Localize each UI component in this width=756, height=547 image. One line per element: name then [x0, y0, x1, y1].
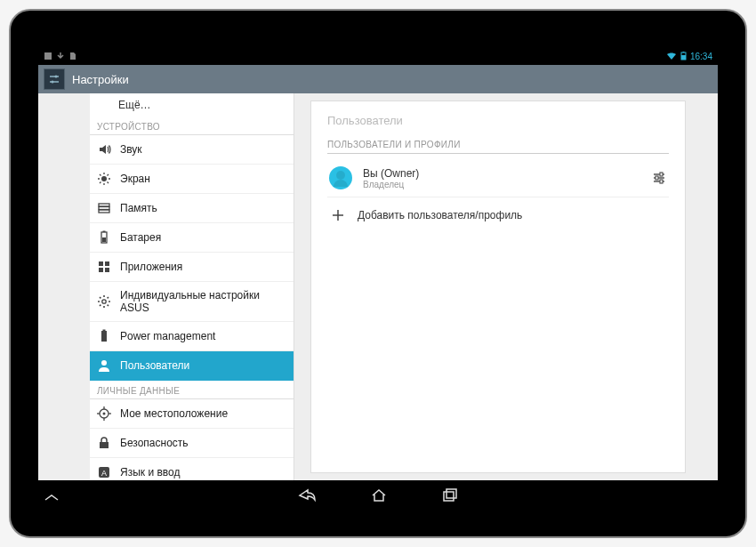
language-icon: A — [97, 465, 111, 479]
svg-rect-48 — [444, 492, 454, 501]
sidebar-item-label: Безопасность — [120, 437, 189, 449]
svg-rect-3 — [682, 52, 684, 52]
recent-apps-button[interactable] — [441, 487, 459, 503]
user-role: Владелец — [363, 180, 640, 189]
gear-icon — [97, 294, 111, 309]
svg-rect-41 — [660, 173, 663, 176]
user-row[interactable]: Вы (Owner) Владелец — [327, 159, 669, 197]
plus-icon — [331, 208, 345, 222]
main-area: Ещё…УСТРОЙСТВОЗвукЭкранПамятьБатареяПрил… — [38, 93, 718, 480]
navigation-bar — [38, 480, 718, 511]
svg-point-27 — [102, 300, 106, 303]
svg-rect-25 — [99, 268, 103, 272]
tablet-frame: 16:34 Настройки Ещё…УСТРОЙСТВОЗвукЭкран — [9, 9, 747, 538]
svg-rect-28 — [101, 331, 107, 342]
svg-rect-37 — [100, 442, 109, 448]
settings-app-icon — [44, 68, 65, 90]
svg-point-30 — [101, 360, 107, 366]
sidebar-item[interactable]: Индивидуальные настройки ASUS — [90, 282, 294, 322]
storage-icon — [97, 201, 111, 215]
action-bar: Настройки — [38, 65, 718, 93]
svg-point-5 — [55, 76, 58, 78]
svg-rect-17 — [99, 204, 109, 206]
display-icon — [97, 172, 111, 186]
wifi-icon — [666, 52, 677, 60]
user-name: Вы (Owner) — [363, 167, 640, 180]
svg-point-8 — [101, 176, 107, 181]
sidebar-item[interactable]: Мое местоположение — [90, 399, 294, 429]
status-bar: 16:34 — [38, 47, 718, 65]
clock: 16:34 — [690, 52, 712, 61]
sidebar-item[interactable]: Звук — [90, 135, 294, 165]
back-button[interactable] — [297, 487, 317, 503]
svg-rect-43 — [655, 176, 658, 180]
user-settings-button[interactable] — [651, 170, 667, 186]
sidebar-item[interactable]: Батарея — [90, 223, 294, 253]
users-icon — [97, 358, 111, 373]
svg-rect-19 — [99, 210, 109, 213]
svg-rect-45 — [660, 180, 663, 183]
sidebar-item-label: Батарея — [120, 231, 161, 244]
sidebar-section-header: ЛИЧНЫЕ ДАННЫЕ — [90, 381, 294, 399]
sidebar-item[interactable]: Power management — [90, 322, 294, 351]
notification-icon — [44, 52, 52, 60]
sidebar-item[interactable]: Приложения — [90, 253, 294, 282]
svg-line-14 — [108, 182, 109, 184]
svg-rect-2 — [681, 55, 686, 60]
svg-point-32 — [103, 413, 106, 415]
sd-icon — [68, 52, 77, 60]
svg-rect-24 — [105, 261, 109, 266]
sidebar-more[interactable]: Ещё… — [90, 93, 294, 117]
svg-line-13 — [100, 174, 101, 176]
hide-nav-button[interactable] — [44, 493, 60, 503]
svg-rect-22 — [102, 237, 106, 242]
avatar — [329, 166, 352, 189]
sidebar[interactable]: Ещё…УСТРОЙСТВОЗвукЭкранПамятьБатареяПрил… — [90, 93, 294, 480]
panel-title: Пользователи — [327, 114, 669, 127]
svg-rect-29 — [103, 330, 106, 332]
download-icon — [56, 52, 65, 60]
svg-rect-0 — [44, 52, 52, 60]
lock-icon — [97, 436, 111, 450]
sidebar-section-header: УСТРОЙСТВО — [90, 117, 294, 135]
svg-line-15 — [100, 182, 101, 184]
sidebar-item-label: Память — [120, 202, 157, 214]
svg-point-7 — [52, 81, 54, 84]
add-user-button[interactable]: Добавить пользователя/профиль — [327, 197, 669, 233]
svg-rect-49 — [446, 489, 456, 498]
content-panel: Пользователи ПОЛЬЗОВАТЕЛИ И ПРОФИЛИ Вы (… — [310, 101, 686, 473]
location-icon — [97, 406, 111, 421]
sidebar-item-label: Язык и ввод — [120, 466, 180, 479]
sidebar-item-label: Звук — [120, 143, 142, 156]
sidebar-item-label: Экран — [120, 173, 150, 185]
sidebar-item[interactable]: Пользователи — [90, 351, 294, 381]
battery-status-icon — [680, 52, 687, 60]
apps-icon — [97, 260, 111, 274]
svg-rect-26 — [105, 268, 109, 272]
svg-text:A: A — [101, 469, 107, 478]
sidebar-item[interactable]: Безопасность — [90, 429, 294, 458]
sidebar-item-label: Приложения — [120, 261, 182, 273]
add-user-label: Добавить пользователя/профиль — [358, 209, 522, 221]
svg-line-16 — [108, 174, 109, 176]
power-icon — [97, 329, 111, 343]
svg-rect-21 — [103, 231, 106, 233]
sidebar-item-label: Мое местоположение — [120, 407, 228, 420]
battery-icon — [97, 230, 111, 245]
sound-icon — [97, 142, 111, 157]
svg-rect-18 — [99, 207, 109, 210]
page-title: Настройки — [72, 73, 129, 86]
section-header: ПОЛЬЗОВАТЕЛИ И ПРОФИЛИ — [327, 140, 669, 154]
sidebar-item[interactable]: Память — [90, 194, 294, 223]
sidebar-item-label: Пользователи — [120, 359, 189, 372]
svg-rect-23 — [99, 261, 103, 266]
sidebar-item[interactable]: AЯзык и ввод — [90, 458, 294, 480]
sidebar-item-label: Индивидуальные настройки ASUS — [120, 289, 286, 314]
sidebar-item[interactable]: Экран — [90, 165, 294, 194]
sidebar-item-label: Power management — [120, 330, 215, 342]
home-button[interactable] — [370, 487, 388, 503]
